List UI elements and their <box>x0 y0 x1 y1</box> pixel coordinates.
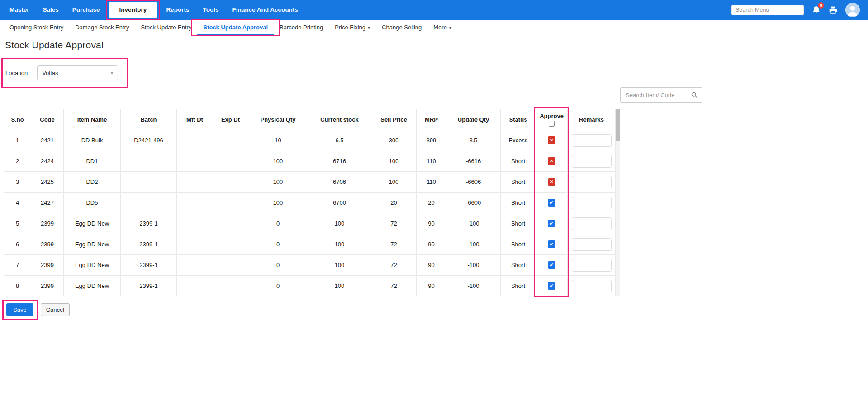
remarks-input[interactable] <box>572 197 612 209</box>
tab-label: Stock Update Entry <box>141 24 191 31</box>
cell-value: Short <box>511 282 525 289</box>
cell-value: 3 <box>16 179 19 185</box>
remarks-input[interactable] <box>572 259 612 272</box>
tab-price-fixing[interactable]: Price Fixing▾ <box>329 20 376 35</box>
cell-exp-dt <box>213 276 248 296</box>
header-label: Code <box>40 116 55 123</box>
col-header-physical-qty: Physical Qty <box>248 109 308 130</box>
approve-all-checkbox[interactable] <box>549 121 555 127</box>
col-header-exp-dt: Exp Dt <box>213 109 248 130</box>
location-selected-value: Voltas <box>42 70 58 76</box>
tab-barcode-printing[interactable]: Barcode Printing <box>274 20 329 35</box>
col-header-code: Code <box>31 109 64 130</box>
notifications-button[interactable]: 5 <box>811 5 821 15</box>
remarks-input[interactable] <box>572 217 612 230</box>
cell-sno: 8 <box>4 276 31 296</box>
topbar: MasterSalesPurchaseInventoryReportsTools… <box>0 0 868 20</box>
cell-mft-dt <box>177 130 213 151</box>
cell-current-stock: 100 <box>308 213 371 234</box>
menu-sales[interactable]: Sales <box>38 0 64 20</box>
item-search <box>620 87 702 103</box>
remarks-input[interactable] <box>572 134 612 147</box>
cancel-button[interactable]: Cancel <box>41 303 70 316</box>
tab-label: Stock Update Approval <box>203 24 268 31</box>
cell-value: 6.5 <box>335 137 343 144</box>
subnav: Opening Stock EntryDamage Stock EntrySto… <box>0 20 868 35</box>
cell-code: 2399 <box>31 276 64 296</box>
tab-stock-update-approval[interactable]: Stock Update Approval <box>197 20 274 35</box>
cell-sell-price: 300 <box>371 130 417 151</box>
stock-update-table: S.noCodeItem NameBatchMft DtExp DtPhysic… <box>4 109 616 296</box>
item-search-input[interactable] <box>625 91 691 99</box>
remarks-input[interactable] <box>572 238 612 251</box>
table-row: 12421DD BulkD2421-496106.53003993.5Exces… <box>4 130 616 151</box>
menu-label: Finance And Accounts <box>232 6 298 13</box>
approve-checkbox-checked[interactable]: ✔ <box>548 199 555 207</box>
tab-damage-stock-entry[interactable]: Damage Stock Entry <box>69 20 135 35</box>
cell-remarks <box>568 151 616 172</box>
table-scrollbar[interactable] <box>616 109 620 296</box>
cell-value: 2 <box>16 158 19 165</box>
cell-physical-qty: 0 <box>248 276 308 296</box>
scrollbar-thumb[interactable] <box>616 109 620 141</box>
cell-value: 2399 <box>41 282 54 289</box>
cell-value: -6600 <box>466 199 481 206</box>
cell-value: Egg DD New <box>75 262 109 268</box>
approve-checkbox-checked[interactable]: ✔ <box>548 240 555 248</box>
menu-label: Master <box>9 6 29 13</box>
remarks-input[interactable] <box>572 280 612 292</box>
approve-checkbox-rejected[interactable]: ✕ <box>548 136 555 144</box>
cell-physical-qty: 100 <box>248 172 308 193</box>
menu-tools[interactable]: Tools <box>198 0 223 20</box>
menu-purchase[interactable]: Purchase <box>67 0 105 20</box>
cell-item-name: Egg DD New <box>64 234 121 255</box>
approve-checkbox-checked[interactable]: ✔ <box>548 261 555 269</box>
cell-code: 2399 <box>31 255 64 276</box>
cell-exp-dt <box>213 234 248 255</box>
approve-checkbox-checked[interactable]: ✔ <box>548 282 555 290</box>
save-button[interactable]: Save <box>6 303 33 316</box>
cell-exp-dt <box>213 213 248 234</box>
table-row: 72399Egg DD New2399-101007290-100Short✔ <box>4 255 616 276</box>
location-label: Location <box>5 70 28 76</box>
approve-checkbox-rejected[interactable]: ✕ <box>548 157 555 165</box>
remarks-input[interactable] <box>572 155 612 168</box>
cell-value: Short <box>511 179 525 185</box>
cell-current-stock: 6.5 <box>308 130 371 151</box>
tab-opening-stock-entry[interactable]: Opening Stock Entry <box>4 20 69 35</box>
menu-finance-and-accounts[interactable]: Finance And Accounts <box>227 0 303 20</box>
search-icon[interactable] <box>691 91 698 99</box>
stock-table: S.noCodeItem NameBatchMft DtExp DtPhysic… <box>4 109 615 296</box>
cell-value: 6706 <box>333 179 346 185</box>
cell-update-qty: -6600 <box>446 193 501 213</box>
cell-value: -100 <box>467 262 479 268</box>
cell-mft-dt <box>177 151 213 172</box>
cell-value: 100 <box>389 158 399 165</box>
approve-header-label: Approve <box>540 113 564 119</box>
tab-more[interactable]: More▾ <box>427 20 457 35</box>
avatar[interactable] <box>845 3 860 17</box>
print-button[interactable] <box>828 5 838 15</box>
tab-change-selling[interactable]: Change Selling <box>376 20 427 35</box>
menu-search-input[interactable] <box>731 5 804 15</box>
cell-value: 72 <box>390 241 397 248</box>
cell-value: 4 <box>16 199 19 206</box>
tab-label: Barcode Printing <box>280 24 323 31</box>
cell-sell-price: 100 <box>371 151 417 172</box>
cell-exp-dt <box>213 193 248 213</box>
header-label: S.no <box>11 116 24 123</box>
cell-sell-price: 100 <box>371 172 417 193</box>
menu-reports[interactable]: Reports <box>161 0 194 20</box>
col-header-batch: Batch <box>121 109 177 130</box>
notification-badge: 5 <box>818 2 824 9</box>
approve-checkbox-rejected[interactable]: ✕ <box>548 178 555 186</box>
menu-inventory[interactable]: Inventory <box>109 2 157 18</box>
menu-master[interactable]: Master <box>5 0 34 20</box>
cell-value: -100 <box>467 282 479 289</box>
cell-mrp: 110 <box>417 172 446 193</box>
location-select[interactable]: Voltas ▾ <box>37 65 118 80</box>
cell-value: 300 <box>389 137 399 144</box>
tab-stock-update-entry[interactable]: Stock Update Entry <box>135 20 197 35</box>
remarks-input[interactable] <box>572 176 612 188</box>
approve-checkbox-checked[interactable]: ✔ <box>548 220 555 227</box>
